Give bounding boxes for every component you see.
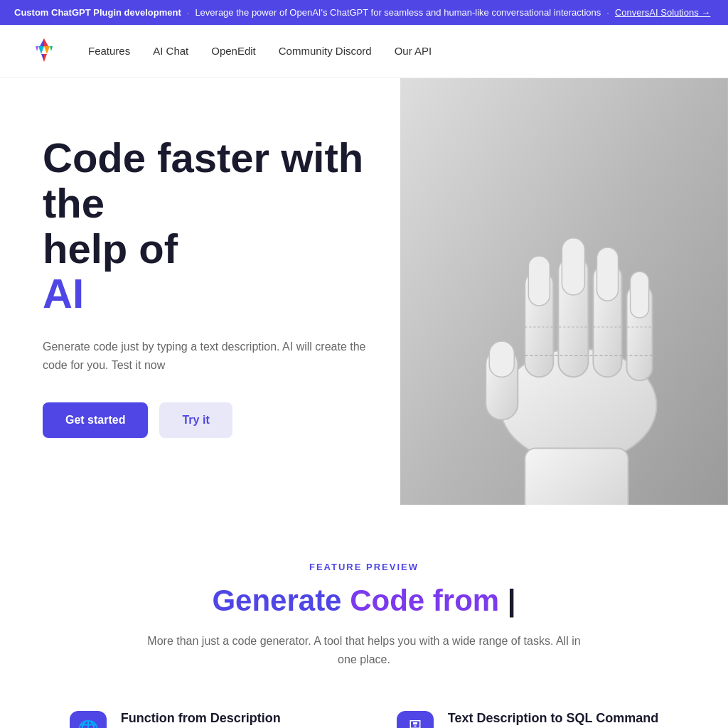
hero-title-line1: Code faster with the: [43, 134, 363, 226]
nav-links: Features AI Chat OpenEdit Community Disc…: [88, 45, 432, 58]
nav-item-openedit[interactable]: OpenEdit: [211, 45, 256, 58]
nav-item-api[interactable]: Our API: [395, 45, 432, 58]
hero-title: Code faster with the help of AI: [43, 135, 434, 316]
feature-card-1: 🌐 Function from Description Generate a f…: [70, 711, 368, 728]
nav-item-community[interactable]: Community Discord: [279, 45, 372, 58]
banner-description: Leverage the power of OpenAI's ChatGPT f…: [195, 7, 601, 18]
feature-card-title-2: Text Description to SQL Command: [448, 711, 658, 726]
svg-rect-12: [489, 341, 514, 377]
svg-rect-20: [631, 272, 649, 318]
nav-link-community[interactable]: Community Discord: [279, 45, 372, 57]
svg-marker-2: [38, 46, 44, 54]
feature-icon-2: 🗄: [397, 711, 434, 728]
nav-link-api[interactable]: Our API: [395, 45, 432, 57]
feature-label: FEATURE PREVIEW: [28, 562, 700, 572]
feature-cards: 🌐 Function from Description Generate a f…: [28, 711, 700, 728]
nav-link-features[interactable]: Features: [88, 45, 130, 57]
top-banner: Custom ChatGPT Plugin development · Leve…: [0, 0, 728, 25]
banner-dot2: ·: [606, 7, 609, 18]
hero-section: Code faster with the help of AI Generate…: [0, 78, 728, 505]
feature-section: FEATURE PREVIEW Generate Code from | Mor…: [0, 505, 728, 728]
svg-marker-3: [44, 46, 50, 54]
svg-marker-1: [40, 38, 44, 46]
nav-item-ai-chat[interactable]: AI Chat: [153, 45, 188, 58]
feature-title-part1: Generate: [212, 584, 341, 617]
globe-icon: 🌐: [77, 719, 99, 728]
svg-marker-0: [44, 38, 48, 46]
nav-item-features[interactable]: Features: [88, 45, 130, 58]
nav-link-ai-chat[interactable]: AI Chat: [153, 45, 188, 57]
svg-rect-18: [597, 247, 619, 301]
svg-rect-16: [562, 238, 585, 295]
feature-card-title-1: Function from Description: [121, 711, 368, 726]
database-icon: 🗄: [407, 719, 424, 728]
feature-card-2: 🗄 Text Description to SQL Command Create…: [397, 711, 658, 728]
try-it-button[interactable]: Try it: [159, 402, 232, 438]
hero-content: Code faster with the help of AI Generate…: [0, 78, 462, 481]
get-started-button[interactable]: Get started: [43, 402, 148, 438]
hero-title-line2: help of: [43, 225, 178, 272]
svg-marker-5: [44, 54, 47, 62]
svg-rect-14: [529, 256, 550, 306]
feature-title-part2: Code from: [350, 584, 499, 617]
svg-marker-6: [36, 46, 38, 51]
feature-title: Generate Code from |: [28, 584, 700, 618]
feature-card-content-2: Text Description to SQL Command Create a…: [448, 711, 658, 728]
banner-title: Custom ChatGPT Plugin development: [14, 7, 181, 18]
svg-marker-7: [50, 46, 53, 51]
feature-description: More than just a code generator. A tool …: [144, 632, 584, 668]
banner-dot1: ·: [187, 7, 190, 18]
hero-buttons: Get started Try it: [43, 402, 434, 438]
nav-link-openedit[interactable]: OpenEdit: [211, 45, 256, 57]
feature-icon-1: 🌐: [70, 711, 107, 728]
hero-title-ai: AI: [43, 270, 84, 316]
feature-cursor: |: [508, 584, 516, 617]
svg-marker-4: [41, 54, 44, 62]
hero-subtitle: Generate code just by typing a text desc…: [43, 338, 384, 374]
navbar: Features AI Chat OpenEdit Community Disc…: [0, 25, 728, 78]
feature-card-content-1: Function from Description Generate a fun…: [121, 711, 368, 728]
svg-rect-21: [525, 448, 628, 505]
logo[interactable]: [28, 36, 60, 67]
banner-link[interactable]: ConversAI Solutions →: [615, 7, 710, 18]
